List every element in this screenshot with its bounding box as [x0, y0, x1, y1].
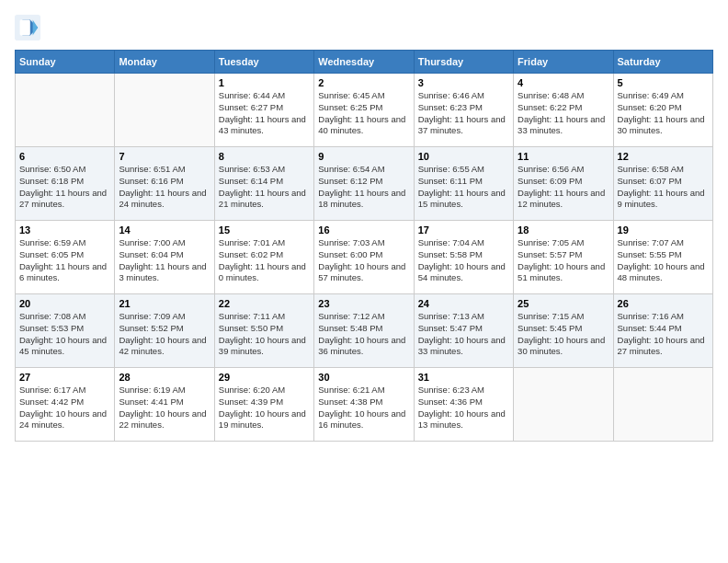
day-number: 6	[19, 151, 110, 162]
calendar-header-row: SundayMondayTuesdayWednesdayThursdayFrid…	[16, 51, 713, 74]
day-header-sunday: Sunday	[16, 51, 115, 74]
calendar-cell: 28Sunrise: 6:19 AM Sunset: 4:41 PM Dayli…	[115, 368, 214, 442]
day-detail: Sunrise: 6:50 AM Sunset: 6:18 PM Dayligh…	[19, 164, 110, 211]
day-detail: Sunrise: 6:53 AM Sunset: 6:14 PM Dayligh…	[219, 164, 310, 211]
day-number: 24	[418, 298, 509, 309]
day-header-tuesday: Tuesday	[214, 51, 313, 74]
page-header	[15, 15, 713, 40]
day-number: 17	[418, 224, 509, 236]
day-number: 4	[518, 77, 609, 88]
day-number: 11	[518, 151, 609, 162]
day-detail: Sunrise: 7:07 AM Sunset: 5:55 PM Dayligh…	[618, 237, 709, 284]
calendar-cell: 24Sunrise: 7:13 AM Sunset: 5:47 PM Dayli…	[414, 294, 513, 368]
day-number: 23	[318, 298, 409, 309]
calendar-cell: 1Sunrise: 6:44 AM Sunset: 6:27 PM Daylig…	[214, 74, 313, 147]
day-number: 31	[418, 372, 509, 383]
day-detail: Sunrise: 7:08 AM Sunset: 5:53 PM Dayligh…	[19, 311, 110, 358]
logo-icon	[15, 15, 40, 40]
calendar-cell: 17Sunrise: 7:04 AM Sunset: 5:58 PM Dayli…	[414, 221, 513, 294]
day-number: 7	[119, 151, 210, 162]
day-number: 25	[518, 298, 609, 309]
day-header-friday: Friday	[514, 51, 613, 74]
day-detail: Sunrise: 7:09 AM Sunset: 5:52 PM Dayligh…	[119, 311, 210, 358]
calendar-cell: 25Sunrise: 7:15 AM Sunset: 5:45 PM Dayli…	[514, 294, 613, 368]
day-number: 2	[318, 77, 409, 88]
calendar-cell: 14Sunrise: 7:00 AM Sunset: 6:04 PM Dayli…	[115, 221, 214, 294]
day-number: 14	[119, 224, 210, 236]
logo	[15, 15, 44, 40]
day-number: 5	[618, 77, 709, 88]
day-detail: Sunrise: 6:45 AM Sunset: 6:25 PM Dayligh…	[318, 90, 409, 137]
day-number: 8	[219, 151, 310, 162]
calendar-cell: 13Sunrise: 6:59 AM Sunset: 6:05 PM Dayli…	[16, 221, 115, 294]
day-number: 12	[618, 151, 709, 162]
day-number: 20	[19, 298, 110, 309]
day-detail: Sunrise: 7:05 AM Sunset: 5:57 PM Dayligh…	[518, 237, 609, 284]
day-detail: Sunrise: 6:23 AM Sunset: 4:36 PM Dayligh…	[418, 385, 509, 431]
day-detail: Sunrise: 6:51 AM Sunset: 6:16 PM Dayligh…	[119, 164, 210, 211]
calendar-cell: 6Sunrise: 6:50 AM Sunset: 6:18 PM Daylig…	[16, 147, 115, 221]
day-number: 22	[219, 298, 310, 309]
calendar-cell: 2Sunrise: 6:45 AM Sunset: 6:25 PM Daylig…	[314, 74, 414, 147]
calendar-week-row: 1Sunrise: 6:44 AM Sunset: 6:27 PM Daylig…	[16, 74, 713, 147]
calendar-cell: 31Sunrise: 6:23 AM Sunset: 4:36 PM Dayli…	[414, 368, 513, 442]
svg-rect-3	[20, 20, 30, 36]
calendar-cell: 23Sunrise: 7:12 AM Sunset: 5:48 PM Dayli…	[314, 294, 414, 368]
day-detail: Sunrise: 7:01 AM Sunset: 6:02 PM Dayligh…	[219, 237, 310, 284]
calendar-cell: 15Sunrise: 7:01 AM Sunset: 6:02 PM Dayli…	[214, 221, 313, 294]
calendar-cell: 30Sunrise: 6:21 AM Sunset: 4:38 PM Dayli…	[314, 368, 414, 442]
day-detail: Sunrise: 6:54 AM Sunset: 6:12 PM Dayligh…	[318, 164, 409, 211]
day-detail: Sunrise: 6:55 AM Sunset: 6:11 PM Dayligh…	[418, 164, 509, 211]
day-number: 9	[318, 151, 409, 162]
calendar-week-row: 6Sunrise: 6:50 AM Sunset: 6:18 PM Daylig…	[16, 147, 713, 221]
calendar-cell: 22Sunrise: 7:11 AM Sunset: 5:50 PM Dayli…	[214, 294, 313, 368]
day-number: 21	[119, 298, 210, 309]
day-detail: Sunrise: 6:17 AM Sunset: 4:42 PM Dayligh…	[19, 385, 110, 431]
day-detail: Sunrise: 6:46 AM Sunset: 6:23 PM Dayligh…	[418, 90, 509, 137]
day-detail: Sunrise: 6:58 AM Sunset: 6:07 PM Dayligh…	[618, 164, 709, 211]
calendar-cell: 8Sunrise: 6:53 AM Sunset: 6:14 PM Daylig…	[214, 147, 313, 221]
day-number: 27	[19, 372, 110, 383]
calendar-cell: 4Sunrise: 6:48 AM Sunset: 6:22 PM Daylig…	[514, 74, 613, 147]
calendar-cell: 16Sunrise: 7:03 AM Sunset: 6:00 PM Dayli…	[314, 221, 414, 294]
calendar-cell: 19Sunrise: 7:07 AM Sunset: 5:55 PM Dayli…	[613, 221, 712, 294]
day-number: 29	[219, 372, 310, 383]
day-detail: Sunrise: 7:03 AM Sunset: 6:00 PM Dayligh…	[318, 237, 409, 284]
calendar-cell: 12Sunrise: 6:58 AM Sunset: 6:07 PM Dayli…	[613, 147, 712, 221]
day-header-thursday: Thursday	[414, 51, 513, 74]
day-detail: Sunrise: 6:44 AM Sunset: 6:27 PM Dayligh…	[219, 90, 310, 137]
calendar-week-row: 20Sunrise: 7:08 AM Sunset: 5:53 PM Dayli…	[16, 294, 713, 368]
day-detail: Sunrise: 6:49 AM Sunset: 6:20 PM Dayligh…	[618, 90, 709, 137]
day-number: 10	[418, 151, 509, 162]
day-number: 15	[219, 224, 310, 236]
calendar-cell: 10Sunrise: 6:55 AM Sunset: 6:11 PM Dayli…	[414, 147, 513, 221]
day-number: 26	[618, 298, 709, 309]
day-detail: Sunrise: 6:19 AM Sunset: 4:41 PM Dayligh…	[119, 385, 210, 431]
calendar-cell: 3Sunrise: 6:46 AM Sunset: 6:23 PM Daylig…	[414, 74, 513, 147]
calendar-cell: 5Sunrise: 6:49 AM Sunset: 6:20 PM Daylig…	[613, 74, 712, 147]
day-detail: Sunrise: 6:20 AM Sunset: 4:39 PM Dayligh…	[219, 385, 310, 431]
day-detail: Sunrise: 7:00 AM Sunset: 6:04 PM Dayligh…	[119, 237, 210, 284]
day-number: 19	[618, 224, 709, 236]
day-detail: Sunrise: 7:11 AM Sunset: 5:50 PM Dayligh…	[219, 311, 310, 358]
day-detail: Sunrise: 6:21 AM Sunset: 4:38 PM Dayligh…	[318, 385, 409, 431]
day-number: 16	[318, 224, 409, 236]
day-number: 28	[119, 372, 210, 383]
calendar-cell	[613, 368, 712, 442]
calendar-cell: 21Sunrise: 7:09 AM Sunset: 5:52 PM Dayli…	[115, 294, 214, 368]
day-detail: Sunrise: 7:13 AM Sunset: 5:47 PM Dayligh…	[418, 311, 509, 358]
calendar-cell: 18Sunrise: 7:05 AM Sunset: 5:57 PM Dayli…	[514, 221, 613, 294]
calendar-cell	[514, 368, 613, 442]
calendar-cell: 11Sunrise: 6:56 AM Sunset: 6:09 PM Dayli…	[514, 147, 613, 221]
day-number: 13	[19, 224, 110, 236]
calendar-week-row: 13Sunrise: 6:59 AM Sunset: 6:05 PM Dayli…	[16, 221, 713, 294]
day-detail: Sunrise: 7:15 AM Sunset: 5:45 PM Dayligh…	[518, 311, 609, 358]
day-detail: Sunrise: 6:56 AM Sunset: 6:09 PM Dayligh…	[518, 164, 609, 211]
day-detail: Sunrise: 7:04 AM Sunset: 5:58 PM Dayligh…	[418, 237, 509, 284]
calendar-cell: 9Sunrise: 6:54 AM Sunset: 6:12 PM Daylig…	[314, 147, 414, 221]
day-number: 18	[518, 224, 609, 236]
calendar-cell: 26Sunrise: 7:16 AM Sunset: 5:44 PM Dayli…	[613, 294, 712, 368]
day-header-monday: Monday	[115, 51, 214, 74]
day-detail: Sunrise: 6:48 AM Sunset: 6:22 PM Dayligh…	[518, 90, 609, 137]
day-detail: Sunrise: 7:12 AM Sunset: 5:48 PM Dayligh…	[318, 311, 409, 358]
